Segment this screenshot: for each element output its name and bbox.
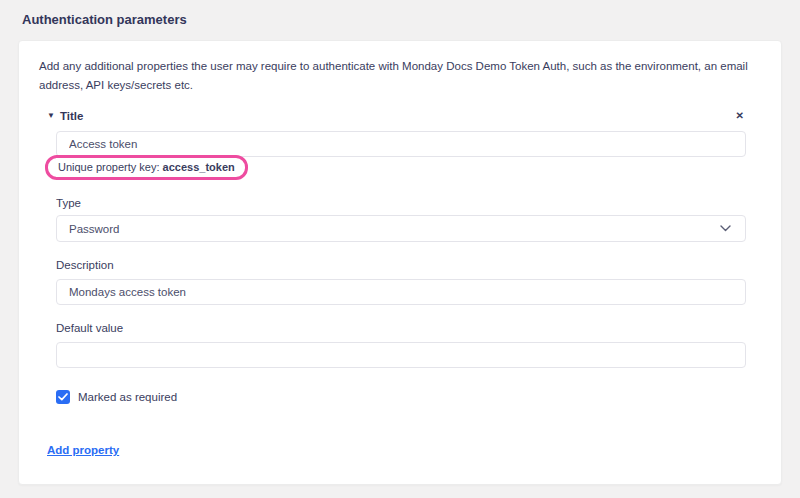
card-description: Add any additional properties the user m… — [39, 57, 761, 95]
required-checkbox-label: Marked as required — [78, 391, 177, 403]
type-select-value: Password — [69, 223, 120, 235]
collapse-caret-icon: ▼ — [47, 112, 55, 120]
auth-parameters-card: Add any additional properties the user m… — [18, 40, 782, 485]
close-icon[interactable]: ✕ — [734, 109, 746, 123]
description-label: Description — [56, 259, 746, 271]
description-input[interactable] — [56, 279, 746, 305]
chevron-down-icon — [720, 225, 731, 232]
property-fields: Unique property key: access_token Type P… — [56, 131, 746, 404]
type-select[interactable]: Password — [56, 215, 746, 242]
required-checkbox-row[interactable]: Marked as required — [56, 390, 746, 404]
type-label: Type — [56, 197, 746, 209]
unique-key-value: access_token — [163, 161, 235, 173]
unique-property-key-highlight: Unique property key: access_token — [45, 155, 248, 180]
unique-key-prefix: Unique property key: — [58, 161, 163, 173]
default-value-label: Default value — [56, 322, 746, 334]
add-property-link[interactable]: Add property — [47, 444, 119, 456]
page-title: Authentication parameters — [0, 0, 800, 27]
property-header: ▼ Title ✕ — [47, 109, 746, 123]
checkmark-icon — [58, 393, 68, 401]
property-title-label: Title — [60, 110, 83, 122]
property-section: ▼ Title ✕ Unique property key: access_to… — [47, 109, 746, 404]
property-collapse-toggle[interactable]: ▼ Title — [47, 110, 83, 122]
default-value-input[interactable] — [56, 342, 746, 368]
required-checkbox[interactable] — [56, 390, 70, 404]
title-input[interactable] — [56, 131, 746, 157]
